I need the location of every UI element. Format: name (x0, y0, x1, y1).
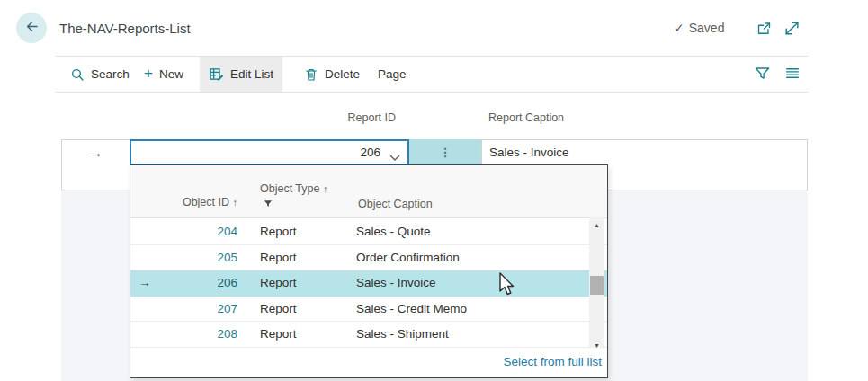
lookup-column-object-id[interactable]: Object ID ↑ (183, 196, 237, 208)
trash-icon (304, 67, 318, 82)
nav-reports-list-page: The-NAV-Reports-List ✓ Saved Search + Ne… (0, 0, 868, 381)
active-row-arrow-icon: → (89, 145, 103, 160)
search-icon (70, 67, 85, 82)
back-arrow-icon (23, 18, 40, 39)
report-caption-cell[interactable]: Sales - Invoice (481, 139, 808, 165)
lookup-header: Object ID ↑ Object Type ↑ Object Caption (130, 165, 607, 218)
search-label: Search (91, 67, 130, 81)
edit-list-icon (209, 66, 224, 82)
expand-icon[interactable] (783, 20, 801, 40)
filter-icon[interactable] (754, 65, 771, 85)
list-view-icon[interactable] (783, 65, 801, 85)
lookup-row[interactable]: 208 Report Sales - Shipment (130, 322, 607, 348)
open-in-new-window-icon[interactable] (756, 21, 773, 40)
chevron-down-icon[interactable] (389, 149, 400, 165)
lookup-row-selected[interactable]: → 206 Report Sales - Invoice (130, 270, 607, 297)
delete-button[interactable]: Delete (295, 57, 369, 92)
new-label: New (159, 67, 183, 81)
lookup-row[interactable]: 204 Report Sales - Quote (130, 219, 607, 245)
saved-label: Saved (689, 21, 725, 35)
delete-label: Delete (325, 67, 360, 81)
check-icon: ✓ (674, 21, 685, 35)
page-title: The-NAV-Reports-List (59, 21, 191, 36)
page-label: Page (378, 67, 407, 81)
lookup-row[interactable]: 205 Report Order Confirmation (130, 245, 607, 271)
column-filter-icon[interactable] (263, 199, 273, 211)
report-id-cell (130, 139, 409, 165)
save-status: ✓ Saved (674, 21, 724, 35)
lookup-column-object-type[interactable]: Object Type ↑ (260, 182, 327, 195)
report-id-input[interactable] (131, 141, 407, 164)
scrollbar-up-icon[interactable]: ▲ (589, 217, 604, 232)
column-header-report-id[interactable]: Report ID (270, 111, 396, 124)
plus-icon: + (144, 66, 153, 81)
select-from-full-list-link[interactable]: Select from full list (503, 355, 602, 368)
lookup-row[interactable]: 207 Report Sales - Credit Memo (130, 297, 607, 323)
back-button[interactable] (16, 13, 47, 43)
page-menu-button[interactable]: Page (369, 57, 416, 92)
search-button[interactable]: Search (61, 57, 139, 92)
edit-list-button[interactable]: Edit List (200, 57, 282, 92)
selected-row-arrow-icon: → (139, 275, 151, 289)
action-bar: Search + New Edit List Delete (56, 56, 808, 93)
assist-edit-button[interactable]: ⋮ (409, 139, 481, 165)
sort-ascending-icon: ↑ (233, 197, 238, 208)
sort-ascending-icon: ↑ (323, 183, 328, 194)
scrollbar-thumb[interactable] (590, 276, 604, 295)
lookup-rows: 204 Report Sales - Quote 205 Report Orde… (130, 219, 607, 348)
edit-list-label: Edit List (230, 67, 273, 81)
row-selector-cell[interactable]: → (61, 139, 130, 165)
column-header-report-caption[interactable]: Report Caption (488, 111, 564, 124)
report-caption-value: Sales - Invoice (489, 146, 569, 159)
lookup-column-object-caption[interactable]: Object Caption (358, 198, 433, 210)
lookup-footer: Select from full list (130, 348, 607, 377)
dropdown-scrollbar[interactable]: ▲ ▼ (589, 217, 604, 352)
vertical-ellipsis-icon: ⋮ (440, 147, 452, 158)
lookup-dropdown: Object ID ↑ Object Type ↑ Object Caption… (130, 164, 608, 378)
new-button[interactable]: + New (135, 57, 192, 92)
